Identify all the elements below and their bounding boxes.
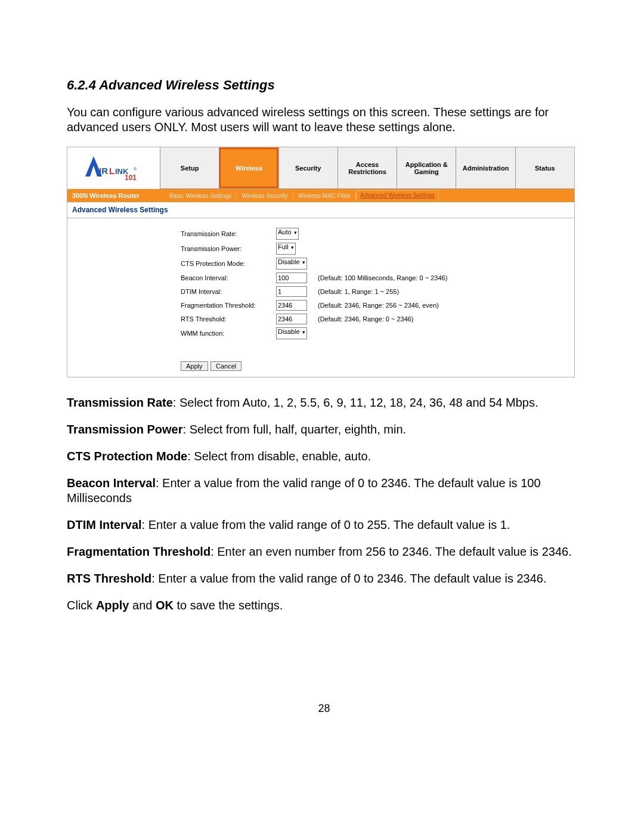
page-number: 28 xyxy=(67,702,581,715)
label-cts: CTS Protection Mode: xyxy=(181,260,276,267)
page-label: Advanced Wireless Settings xyxy=(67,202,574,218)
subtab-security[interactable]: Wireless Security xyxy=(237,193,293,199)
label-tx-rate: Transmission Rate: xyxy=(181,230,276,237)
label-dtim: DTIM Interval: xyxy=(181,288,276,295)
input-rts[interactable] xyxy=(276,314,307,324)
select-cts[interactable]: Disable▾ xyxy=(276,258,307,270)
desc-tx-rate: Transmission Rate: Select from Auto, 1, … xyxy=(67,395,581,410)
label-wmm: WMM function: xyxy=(181,330,276,337)
svg-text:L: L xyxy=(109,166,114,176)
tab-app-gaming[interactable]: Application & Gaming xyxy=(397,147,456,188)
subtab-basic[interactable]: Basic Wireless Settings xyxy=(165,193,237,199)
hint-dtim: (Default: 1, Range: 1 ~ 255) xyxy=(318,288,399,295)
input-dtim[interactable] xyxy=(276,286,307,297)
hint-frag: (Default: 2346, Range: 256 ~ 2346, even) xyxy=(318,302,439,309)
router-screenshot: IR L INK ® 101 Setup Wireless Security A… xyxy=(67,147,575,377)
apply-button[interactable]: Apply xyxy=(181,361,208,371)
desc-rts: RTS Threshold: Enter a value from the va… xyxy=(67,571,581,586)
router-model: 300N Wireless Router xyxy=(67,192,165,199)
router-logo: IR L INK ® 101 xyxy=(67,147,160,189)
desc-final: Click Apply and OK to save the settings. xyxy=(67,598,581,613)
intro-paragraph: You can configure various advanced wirel… xyxy=(67,105,581,135)
tab-administration[interactable]: Administration xyxy=(456,147,515,188)
hint-rts: (Default: 2346, Range: 0 ~ 2346) xyxy=(318,315,414,323)
desc-frag: Fragmentation Threshold: Enter an even n… xyxy=(67,544,581,559)
svg-text:®: ® xyxy=(134,167,137,171)
select-tx-rate[interactable]: Auto▾ xyxy=(276,228,299,240)
select-tx-power[interactable]: Full▾ xyxy=(276,243,296,255)
desc-beacon: Beacon Interval: Enter a value from the … xyxy=(67,476,581,506)
chevron-down-icon: ▾ xyxy=(302,259,305,265)
label-beacon: Beacon Interval: xyxy=(181,274,276,281)
chevron-down-icon: ▾ xyxy=(294,230,297,236)
cancel-button[interactable]: Cancel xyxy=(210,361,242,371)
tab-security[interactable]: Security xyxy=(278,147,338,188)
desc-cts: CTS Protection Mode: Select from disable… xyxy=(67,449,581,464)
hint-beacon: (Default: 100 Milliseconds, Range: 0 ~ 2… xyxy=(318,274,447,281)
chevron-down-icon: ▾ xyxy=(291,244,294,250)
label-tx-power: Transmission Power: xyxy=(181,245,276,252)
tab-setup[interactable]: Setup xyxy=(160,147,219,188)
tab-access-restrictions[interactable]: Access Restrictions xyxy=(338,147,397,188)
svg-text:IR: IR xyxy=(99,166,108,176)
chevron-down-icon: ▾ xyxy=(302,329,305,335)
tab-status[interactable]: Status xyxy=(515,147,574,188)
subtab-mac-filter[interactable]: Wireless MAC Filter xyxy=(293,193,356,199)
input-frag[interactable] xyxy=(276,300,307,311)
select-wmm[interactable]: Disable▾ xyxy=(276,327,307,339)
label-frag: Fragmentation Threshold: xyxy=(181,302,276,309)
section-heading: 6.2.4 Advanced Wireless Settings xyxy=(67,78,581,93)
desc-dtim: DTIM Interval: Enter a value from the va… xyxy=(67,518,581,532)
svg-text:101: 101 xyxy=(125,174,137,182)
desc-tx-power: Transmission Power: Select from full, ha… xyxy=(67,422,581,437)
subtab-advanced[interactable]: Advanced Wireless Settings xyxy=(356,190,439,201)
label-rts: RTS Threshold: xyxy=(181,315,276,323)
input-beacon[interactable] xyxy=(276,272,307,283)
primary-tabs: Setup Wireless Security Access Restricti… xyxy=(160,147,574,189)
tab-wireless[interactable]: Wireless xyxy=(219,147,278,188)
